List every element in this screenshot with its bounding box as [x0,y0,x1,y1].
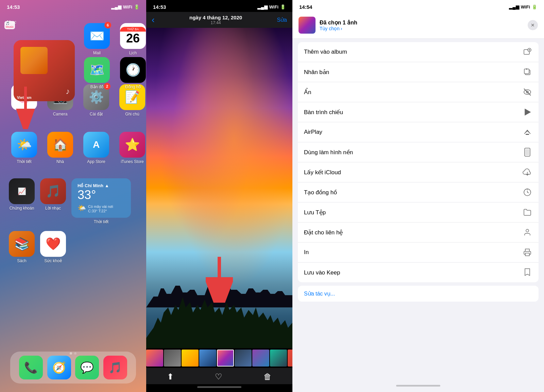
loi-nhac-icon: 🎵 [46,184,61,198]
an-icon [522,87,532,97]
phone-icon: 📞 [24,361,38,374]
photos-panel: 14:53 ▂▄▆ WiFi 🔋 ‹ ngày 4 tháng 12, 2020… [146,0,292,392]
svg-rect-18 [525,149,529,155]
menu-label-in: In [304,249,309,256]
share-signal-icon: ▂▄▆ [509,4,519,10]
app-item-stocks[interactable]: 📈 Chứng khoán [9,178,35,211]
menu-item-dong-ho[interactable]: Tạo đồng hồ [298,182,539,202]
weather-app-icon: 🌤️ [17,138,32,152]
back-button[interactable]: ‹ [152,15,155,25]
app-item-calendar[interactable]: THỨ BA 26 Lịch [118,23,146,55]
app-item-weather[interactable]: 🌤️ Thời tiết [9,132,39,164]
app-item-suc-khoe[interactable]: ❤️ Sức khoẻ [40,231,66,263]
menu-item-them-vao-album[interactable]: Thêm vào album [298,42,539,62]
app-row-1: ✉️ 6 Mail THỨ BA 26 Lịch [76,23,146,55]
thumb-8[interactable] [288,350,292,367]
clock-label: Đồng hồ [125,85,141,89]
menu-label-hinh-nen: Dùng làm hình nền [304,149,353,156]
menu-item-airplay[interactable]: AirPlay [298,122,539,142]
edit-actions-link[interactable]: Sửa tác vụ... [298,286,539,302]
sach-icon: 📚 [14,237,30,251]
in-icon [522,247,532,257]
menu-label-them-vao-album: Thêm vào album [304,49,347,55]
settings-label: Cài đặt [90,112,103,117]
menu-label-ban-trinh-chieu: Bàn trình chiếu [304,109,343,116]
home-indicator [146,384,292,392]
share-home-indicator [292,382,544,392]
notes-label: Ghi chú [125,112,139,117]
menu-label-an: Ẩn [304,89,311,96]
menu-item-hinh-nen[interactable]: Dùng làm hình nền [298,142,539,162]
dock: 📞 🧭 💬 🎵 [10,352,136,384]
dock-music[interactable]: 🎵 [103,356,127,379]
app-item-itunes[interactable]: ⭐ iTunes Store [117,132,146,164]
itunes-icon: ⭐ [125,138,140,152]
thumb-4[interactable] [217,350,234,367]
menu-item-keep[interactable]: Lưu vào Keep [298,263,539,282]
menu-label-airplay: AirPlay [304,129,322,136]
svg-marker-15 [525,109,530,115]
thumb-6[interactable] [252,350,269,367]
share-options-link[interactable]: Tùy chọn › [320,26,357,31]
heart-button[interactable]: ♡ [215,372,222,381]
ban-trinh-chieu-icon [522,107,532,117]
thumb-1[interactable] [164,350,181,367]
thumb-7[interactable] [270,350,287,367]
menu-label-dong-ho: Tạo đồng hồ [304,189,337,196]
share-thumbnail [299,17,316,34]
calendar-date: 26 [126,32,140,45]
dock-safari[interactable]: 🧭 [47,356,71,379]
edit-button[interactable]: Sửa [277,17,287,23]
share-home-bar [396,385,440,387]
thumbnail-strip [146,348,292,368]
share-status-bar: 14:54 ▂▄▆ WiFi 🔋 [292,0,544,12]
share-time: 14:54 [299,4,312,10]
icloud-icon [522,167,532,177]
thumb-2[interactable] [182,350,199,367]
suc-khoe-icon: ❤️ [46,237,61,251]
photos-date-center: ngày 4 tháng 12, 2020 17:44 [189,15,242,25]
share-button[interactable]: ⬆ [167,372,174,381]
suc-khoe-label: Sức khoẻ [44,259,62,263]
app-item-loi-nhac[interactable]: 🎵 Lời nhạc [40,178,66,211]
menu-item-ban-trinh-chieu[interactable]: Bàn trình chiếu [298,102,539,122]
menu-item-nhan-ban[interactable]: Nhân bản [298,62,539,82]
app-item-sach[interactable]: 📚 Sách [9,231,35,263]
app-item-appstore[interactable]: A App Store [81,132,112,164]
home-time: 14:53 [7,4,20,10]
home-screen-panel: 14:53 ▂▄▆ WiFi 🔋 ♪ Vietnam Nhạc 🎵 Music [0,0,146,392]
main-photo[interactable] [146,28,292,348]
dock-phone[interactable]: 📞 [19,356,43,379]
app-item-clock[interactable]: 🕐 Đồng hồ [118,57,146,89]
app-item-home[interactable]: 🏠 Nhà [45,132,75,164]
home-status-bar: 14:53 ▂▄▆ WiFi 🔋 [0,0,146,12]
trash-button[interactable]: 🗑 [264,372,272,381]
weather-condition-icon: 🌤️ [78,204,86,212]
app-item-mail[interactable]: ✉️ 6 Mail [82,23,112,55]
photos-status-icons: ▂▄▆ WiFi 🔋 [257,4,286,10]
loi-nhac-label: Lời nhạc [45,206,61,211]
calendar-day-label: THỨ BA [120,27,146,32]
notes-icon: 📝 [125,90,140,104]
menu-item-an[interactable]: Ẩn [298,82,539,102]
weather-widget[interactable]: Hồ Chí Minh ▲ 33° 🌤️ Có mây vài nơi C:33… [71,178,131,224]
thumb-0[interactable] [146,350,163,367]
share-status-icons: ▂▄▆ WiFi 🔋 [509,4,537,10]
music-app-featured[interactable]: ♪ Vietnam Nhạc 🎵 Music [7,20,16,24]
edit-actions-label: Sửa tác vụ... [304,291,335,297]
photos-time: 14:53 [153,4,166,10]
app-row-4: 📈 Chứng khoán 🎵 Lời nhạc Hồ Chí Minh ▲ 3… [6,178,134,224]
menu-item-icloud[interactable]: Lấy kết iCloud [298,162,539,182]
menu-label-luu-tep: Lưu Tệp [304,209,326,216]
menu-item-luu-tep[interactable]: Lưu Tệp [298,202,539,222]
photos-battery-icon: 🔋 [280,4,286,10]
menu-item-lien-he[interactable]: Đặt cho liên hệ [298,222,539,243]
thumb-3[interactable] [199,350,216,367]
dock-messages[interactable]: 💬 [75,356,99,379]
photos-toolbar: ⬆ ♡ 🗑 [146,368,292,384]
thumb-5[interactable] [235,350,252,367]
camera-label: Camera [53,112,68,117]
close-button[interactable]: ✕ [528,20,538,30]
menu-item-in[interactable]: In [298,243,539,263]
app-item-maps[interactable]: 🗺️ Bản đồ [82,57,112,89]
